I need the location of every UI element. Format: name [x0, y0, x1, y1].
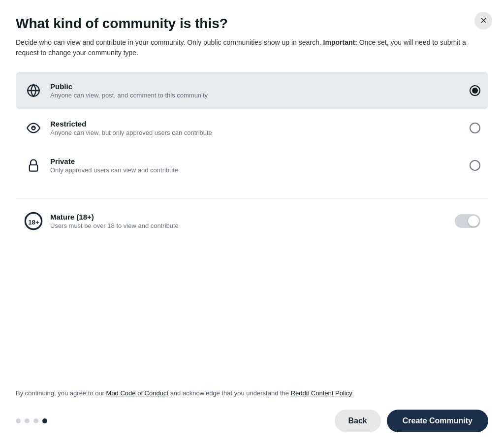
mature-option: 18+ Mature (18+) Users must be over 18 t… [16, 202, 488, 240]
dot-4-active [42, 418, 47, 423]
private-desc: Only approved users can view and contrib… [50, 166, 470, 174]
option-public[interactable]: Public Anyone can view, post, and commen… [16, 72, 488, 109]
public-label: Public [50, 82, 470, 91]
spacer [16, 240, 488, 388]
lock-icon [24, 156, 43, 175]
community-type-options: Public Anyone can view, post, and commen… [16, 72, 488, 184]
footer-bottom: Back Create Community [16, 410, 488, 432]
content-policy-link[interactable]: Reddit Content Policy [291, 389, 352, 397]
globe-icon [24, 81, 43, 100]
description-text: Decide who can view and contribute in yo… [16, 38, 323, 46]
eye-shield-icon [24, 118, 43, 138]
private-label: Private [50, 157, 470, 165]
mod-conduct-link[interactable]: Mod Code of Conduct [106, 389, 168, 397]
legal-prefix: By continuing, you agree to our [16, 389, 106, 397]
dot-3 [33, 418, 38, 423]
section-divider [16, 198, 488, 198]
private-radio[interactable] [470, 160, 480, 171]
close-button[interactable]: ✕ [474, 12, 492, 30]
public-desc: Anyone can view, post, and comment to th… [50, 92, 470, 99]
footer-legal: By continuing, you agree to our Mod Code… [16, 388, 488, 398]
modal-container: ✕ What kind of community is this? Decide… [0, 0, 504, 448]
modal-description: Decide who can view and contribute in yo… [16, 37, 488, 58]
restricted-label: Restricted [50, 120, 470, 128]
mature-label: Mature (18+) [50, 213, 455, 221]
legal-mid: and acknowledge that you understand the [168, 389, 291, 397]
create-community-button[interactable]: Create Community [387, 410, 488, 432]
footer-buttons: Back Create Community [335, 410, 489, 432]
public-radio[interactable] [470, 85, 480, 96]
option-private[interactable]: Private Only approved users can view and… [16, 147, 488, 184]
18plus-icon: 18+ [24, 211, 43, 231]
option-restricted[interactable]: Restricted Anyone can view, but only app… [16, 109, 488, 147]
dot-2 [25, 418, 30, 423]
restricted-radio[interactable] [470, 123, 480, 133]
back-button[interactable]: Back [335, 410, 381, 432]
radio-inner [472, 88, 478, 94]
modal-title: What kind of community is this? [16, 16, 488, 32]
restricted-desc: Anyone can view, but only approved users… [50, 129, 470, 136]
toggle-knob [468, 216, 479, 226]
public-option-text: Public Anyone can view, post, and commen… [50, 82, 470, 99]
dot-1 [16, 418, 21, 423]
mature-toggle[interactable] [455, 214, 480, 228]
mature-desc: Users must be over 18 to view and contri… [50, 222, 455, 229]
restricted-option-text: Restricted Anyone can view, but only app… [50, 120, 470, 136]
private-option-text: Private Only approved users can view and… [50, 157, 470, 174]
svg-text:18+: 18+ [28, 219, 39, 226]
svg-rect-3 [30, 165, 37, 171]
progress-dots [16, 418, 47, 423]
mature-text: Mature (18+) Users must be over 18 to vi… [50, 213, 455, 229]
description-bold: Important: [323, 38, 357, 46]
